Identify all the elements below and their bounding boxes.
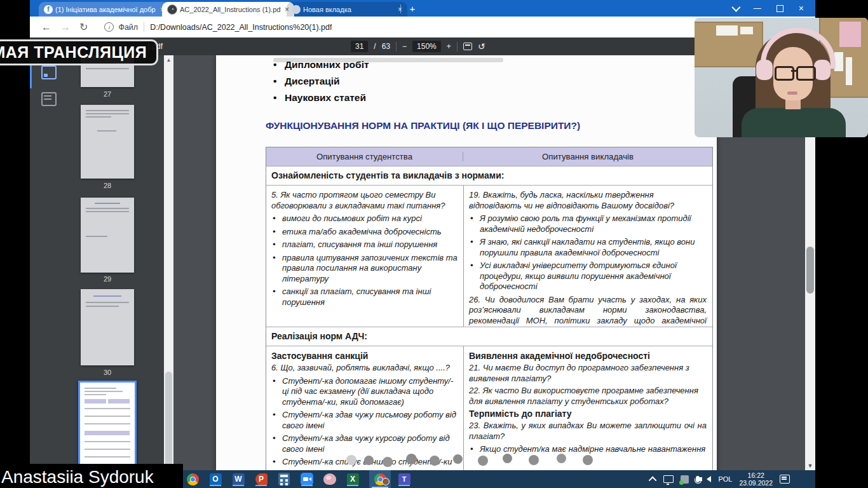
taskbar-photos-icon[interactable]	[323, 472, 337, 486]
toolbar-divider	[457, 42, 458, 51]
col-header-teachers: Опитування викладачів	[463, 152, 712, 161]
question-6: 6. Що, зазвичай, роблять викладачі, якщо…	[271, 363, 458, 374]
close-window-button[interactable]: ×	[799, 4, 804, 13]
tray-notification-icon[interactable]	[780, 475, 790, 484]
blurred-dot	[453, 454, 463, 464]
person-mouth	[787, 92, 797, 95]
blurred-dot	[406, 454, 417, 464]
info-icon[interactable]: i	[104, 22, 114, 32]
tab-label: (1) Ініціатива академічної добр	[55, 6, 156, 13]
thumbnail-page-30[interactable]	[81, 289, 134, 365]
thumbnail-page-29[interactable]	[81, 198, 134, 273]
presenter-name-tag: Anastasiia Sydoruk	[0, 464, 183, 488]
tray-app-icon[interactable]	[681, 475, 689, 484]
tray-time: 16:22	[739, 471, 773, 479]
q6-bullets: Студент/-ка допомагає іншому студенту/-ц…	[271, 376, 458, 468]
fit-page-icon[interactable]	[463, 43, 472, 50]
students-cell: 5. Як часто протягом цього семестру Ви о…	[266, 186, 464, 327]
doc-bullet: Дисертацій	[272, 73, 369, 90]
chevron-down-icon[interactable]	[731, 3, 740, 12]
blurred-dot	[557, 454, 566, 463]
taskbar-teams-icon[interactable]: T	[397, 472, 411, 486]
thumbnail-label: 28	[81, 182, 134, 189]
system-tray: POL 16:22 23.09.2022	[651, 470, 790, 488]
thumbnail-page-31-selected[interactable]	[78, 381, 137, 471]
tray-expand-icon[interactable]	[649, 476, 657, 484]
question-22: 22. Як часто Ви використовуєте програмне…	[469, 386, 707, 407]
taskbar-excel-icon[interactable]: X	[346, 472, 360, 486]
zoom-in-button[interactable]: +	[447, 42, 451, 51]
tray-display-icon[interactable]	[663, 475, 674, 483]
scroll-up-icon[interactable]: ▲	[164, 57, 173, 63]
question-19: 19. Вкажіть, будь ласка, наскільки тверд…	[469, 190, 707, 211]
sidebar-scrollbar[interactable]: ▲ ▼	[164, 55, 173, 471]
blurred-dot	[364, 456, 374, 465]
teachers-cell: Виявлення академічної недоброчесності 21…	[464, 346, 712, 471]
glasses-lens	[775, 66, 794, 81]
q5-bullets: вимоги до письмових робіт на курсі етика…	[271, 214, 458, 308]
taskbar-search-icon[interactable]	[186, 472, 200, 486]
table-header-row: Опитування студентства Опитування виклад…	[266, 147, 712, 166]
table-row: 5. Як часто протягом цього семестру Ви о…	[266, 185, 712, 327]
webcam-overlay	[695, 18, 868, 137]
main-scrollbar-thumb[interactable]	[806, 247, 814, 294]
students-cell: Застосування санкцій 6. Що, зазвичай, ро…	[266, 346, 464, 471]
forward-icon[interactable]: →	[60, 22, 71, 33]
doc-bullet: Наукових статей	[272, 90, 369, 106]
thumbnail-page-28[interactable]	[81, 105, 134, 179]
person-sweater	[742, 108, 846, 137]
window-controls: — ×	[732, 0, 804, 17]
sanctions-title: Застосування санкцій	[271, 351, 458, 361]
maximize-icon[interactable]	[776, 5, 783, 12]
active-tool-indicator	[30, 63, 32, 88]
blurred-dot	[503, 454, 512, 463]
zoom-level[interactable]: 150%	[412, 41, 441, 52]
zoom-out-button[interactable]: −	[402, 42, 407, 51]
page-separator: /	[374, 42, 376, 51]
toolbar-divider	[396, 42, 397, 51]
outline-view-icon[interactable]	[41, 92, 57, 106]
blurred-dot	[529, 455, 539, 465]
q19-bullets: Я розумію свою роль та функції у механіз…	[469, 214, 707, 292]
survey-table: Опитування студентства Опитування виклад…	[266, 147, 713, 471]
tab-facebook[interactable]: f (1) Ініціатива академічної добр ×	[39, 2, 170, 17]
tray-language-label[interactable]: POL	[718, 475, 732, 483]
new-tab-button[interactable]: +	[406, 3, 419, 15]
sidebar-scrollbar-thumb[interactable]	[165, 372, 172, 468]
minimize-button[interactable]: —	[754, 4, 761, 12]
tolerance-title: Терпимість до плагіату	[469, 409, 707, 419]
q23-bullets: Якщо студент/ка має надмірне навчальне н…	[469, 444, 707, 455]
question-23: 23. Вкажіть, у яких випадках Ви можете з…	[469, 421, 707, 442]
taskbar-chrome-active[interactable]	[369, 470, 391, 488]
browser-titlebar: f (1) Ініціатива академічної добр × ◔ AC…	[30, 0, 815, 17]
thumbnails-view-icon[interactable]	[41, 65, 57, 79]
question-5: 5. Як часто протягом цього семестру Ви о…	[271, 190, 458, 211]
tray-volume-icon[interactable]	[707, 476, 711, 482]
tab-pdf-active[interactable]: ◔ AC_2022_All_Instructions (1).pdf ×	[162, 2, 294, 17]
col-header-students: Опитування студентства	[266, 152, 463, 161]
detection-title: Виявлення академічної недоброчесності	[469, 351, 707, 361]
page-number-input[interactable]: 31	[351, 41, 368, 52]
taskbar-calculator-icon[interactable]	[277, 472, 291, 486]
thumbnail-label: 29	[81, 275, 134, 283]
back-icon[interactable]: ←	[41, 22, 51, 33]
rotate-icon[interactable]: ↻	[478, 41, 485, 51]
tray-clock[interactable]: 16:22 23.09.2022	[739, 471, 773, 487]
taskbar-powerpoint-icon[interactable]: P	[254, 472, 268, 486]
taskbar-zoom-icon[interactable]	[300, 472, 314, 486]
document-bullet-list: Дипломних робіт Дисертацій Наукових стат…	[272, 57, 369, 106]
taskbar-outlook-icon[interactable]: O	[208, 472, 222, 486]
teachers-cell: 19. Вкажіть, будь ласка, наскільки тверд…	[464, 186, 712, 327]
address-divider	[144, 22, 144, 32]
cork-board	[695, 22, 763, 67]
url-text[interactable]: D:/Downloads/AC_2022_All_Instructions%20…	[150, 23, 332, 32]
pdf-tab-favicon: ◔	[167, 4, 177, 15]
url-scheme-label: Файл	[118, 23, 138, 32]
reload-icon[interactable]: ↻	[79, 21, 88, 33]
tab-new[interactable]: Новая вкладка ×	[287, 2, 407, 17]
section-heading: ФУНКЦІОНУВАННЯ НОРМ НА ПРАКТИЦІ (ЯК І ЩО…	[266, 120, 580, 132]
shared-screen: f (1) Ініціатива академічної добр × ◔ AC…	[0, 0, 868, 488]
facebook-favicon: f	[44, 5, 53, 14]
taskbar-word-icon[interactable]: W	[231, 472, 245, 486]
scroll-down-icon[interactable]: ▼	[805, 463, 815, 469]
